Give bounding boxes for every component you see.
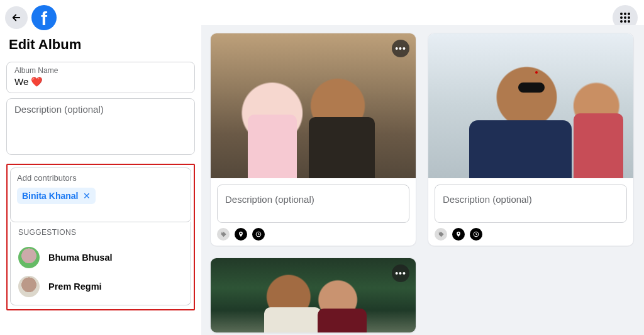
photo-description-placeholder: Description (optional): [443, 194, 532, 205]
photo-description-field[interactable]: Description (optional): [217, 185, 409, 223]
contributors-highlight: Add contributors Binita Khanal ✕ SUGGEST…: [6, 164, 195, 310]
tag-icon[interactable]: [217, 228, 230, 241]
time-icon[interactable]: [252, 228, 265, 241]
suggestion-item[interactable]: Prem Regmi: [18, 272, 183, 301]
album-name-label: Album Name: [14, 66, 187, 75]
suggestions-box: SUGGESTIONS Bhuma Bhusal Prem Regmi: [10, 222, 191, 305]
suggestion-name: Bhuma Bhusal: [48, 253, 113, 263]
contributor-chip: Binita Khanal ✕: [17, 188, 96, 204]
facebook-f-icon: f: [41, 8, 47, 30]
photo-thumbnail[interactable]: •••: [211, 33, 416, 178]
album-name-value: We ❤️: [14, 76, 187, 88]
photo-more-button[interactable]: •••: [392, 264, 409, 282]
add-contributors-field[interactable]: Add contributors Binita Khanal ✕: [10, 168, 191, 222]
photo-card: •••: [210, 258, 416, 333]
back-button[interactable]: [5, 6, 28, 29]
suggestion-item[interactable]: Bhuma Bhusal: [18, 243, 183, 272]
edit-album-sidebar: Edit Album Album Name We ❤️ Description …: [0, 35, 201, 335]
apps-grid-icon: [620, 13, 630, 23]
photos-area: ••• Description (optional) Description (…: [201, 25, 644, 335]
suggestion-name: Prem Regmi: [48, 281, 102, 292]
suggestions-header: SUGGESTIONS: [18, 228, 183, 237]
add-contributors-label: Add contributors: [17, 173, 184, 183]
location-icon[interactable]: [452, 228, 465, 241]
avatar: [18, 247, 40, 268]
remove-contributor-button[interactable]: ✕: [83, 191, 91, 201]
photo-action-row: [428, 228, 633, 246]
avatar: [18, 276, 40, 297]
album-description-field[interactable]: Description (optional): [6, 98, 195, 155]
photo-thumbnail[interactable]: •••: [211, 258, 416, 332]
photo-description-field[interactable]: Description (optional): [435, 185, 627, 223]
facebook-logo[interactable]: f: [31, 5, 57, 30]
photo-card: Description (optional): [428, 33, 634, 246]
album-name-field[interactable]: Album Name We ❤️: [6, 62, 195, 93]
photo-action-row: [211, 228, 416, 246]
page-title: Edit Album: [9, 37, 195, 53]
photo-more-button[interactable]: •••: [392, 40, 409, 57]
photo-card: ••• Description (optional): [210, 33, 416, 246]
photos-grid: ••• Description (optional) Description (…: [210, 33, 635, 333]
album-description-placeholder: Description (optional): [14, 104, 104, 115]
tag-icon[interactable]: [435, 228, 447, 241]
photo-thumbnail[interactable]: [428, 33, 633, 178]
location-icon[interactable]: [235, 228, 247, 241]
time-icon[interactable]: [470, 228, 482, 241]
arrow-left-icon: [11, 12, 22, 23]
contributor-chip-name: Binita Khanal: [22, 191, 78, 201]
photo-description-placeholder: Description (optional): [225, 194, 314, 205]
